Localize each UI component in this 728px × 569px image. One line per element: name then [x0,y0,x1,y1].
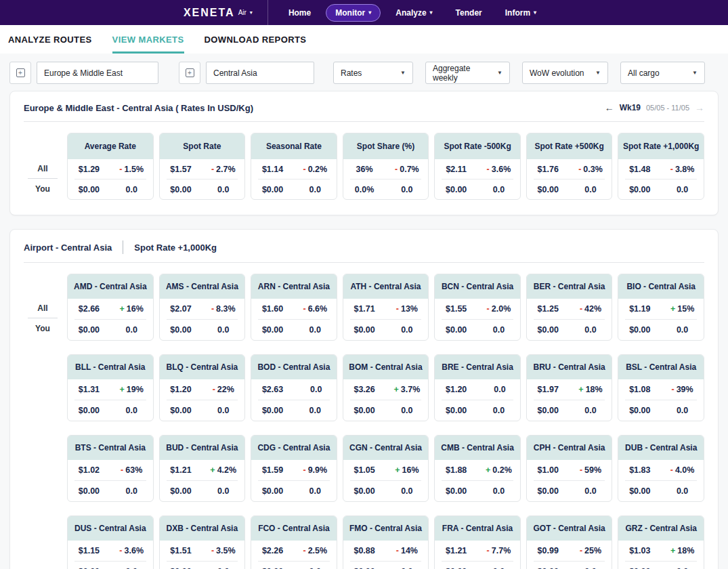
metric-card-header[interactable]: BRE - Central Asia [435,355,520,379]
you-row: $0.00 0.0 [160,400,245,421]
all-row: $1.02 -63% [68,460,153,480]
metric-card-header[interactable]: CDG - Central Asia [251,436,337,460]
change-sign: - [303,465,305,475]
prev-week-arrow-icon[interactable]: ← [605,102,614,113]
all-value: $1.25 [527,304,570,314]
metric-card-header[interactable]: BTS - Central Asia [68,436,153,460]
metric-card-header[interactable]: BIO - Central Asia [618,274,704,299]
metric-card-header[interactable]: AMD - Central Asia [68,274,153,299]
metric-card-header[interactable]: DXB - Central Asia [160,516,245,541]
metric-card: BCN - Central Asia $1.55 -2.0% $0.00 0.0 [434,274,521,341]
all-row: $1.71 -13% [343,299,429,319]
nav-item-tender[interactable]: Tender [448,5,490,21]
airport-cards-grid: All You AMD - Central Asia $2.66 +16% $0… [24,274,704,569]
metric-card: BRU - Central Asia $1.97 +18% $0.00 0.0 [526,354,613,421]
next-week-arrow-icon[interactable]: → [695,102,704,113]
all-row: $1.57 -2.7% [160,159,245,179]
metric-card-header[interactable]: ARN - Central Asia [251,274,337,299]
change-value: 3.7% [401,385,421,394]
all-row: $1.20 -22% [160,379,245,400]
you-change: 0.0 [110,406,153,415]
all-value: $2.63 [251,385,294,394]
you-row: $0.00 0.0 [343,562,429,569]
aggregate-dropdown[interactable]: Aggregate weekly ▼ [425,62,510,84]
plus-square-icon: + [16,68,25,77]
origin-input[interactable]: Europe & Middle East [37,62,158,84]
all-change: -59% [570,465,612,475]
summary-panel-title: Europe & Middle East - Central Asia ( Ra… [24,103,253,113]
nav-item-monitor[interactable]: Monitor▾ [326,4,381,22]
add-origin-button[interactable]: + [9,62,31,84]
change-value: 16% [402,465,419,475]
metric-card-header[interactable]: BLL - Central Asia [68,355,153,379]
you-row: $0.00 0.0 [618,562,704,569]
all-value: $1.76 [527,165,570,174]
metric-card-header[interactable]: CGN - Central Asia [343,436,429,460]
metric-card-header[interactable]: CMB - Central Asia [435,436,520,460]
dropdown-value: Rates [341,68,362,78]
all-value: $1.57 [160,165,202,174]
you-change: 0.0 [477,406,520,415]
all-value: $1.88 [435,465,477,475]
you-value: $0.00 [160,185,202,194]
change-sign: - [396,546,399,555]
all-row: $1.00 -59% [527,460,612,480]
change-sign: + [486,465,490,475]
you-change: 0.0 [202,185,244,194]
caret-down-icon: ▼ [595,70,601,76]
tab-analyze-routes[interactable]: ANALYZE ROUTES [8,25,92,54]
metric-card-header[interactable]: GRZ - Central Asia [618,516,704,541]
change-sign: - [119,546,122,555]
nav-item-inform[interactable]: Inform▾ [497,5,544,21]
all-change: -7.7% [477,546,520,555]
all-change: +16% [385,465,428,475]
metric-card-header[interactable]: GOT - Central Asia [527,516,612,541]
change-sign: + [120,304,125,314]
metric-card: Seasonal Rate $1.14 -0.2% $0.00 0.0 [251,133,337,200]
nav-item-home[interactable]: Home [280,5,319,21]
metric-card-header[interactable]: FRA - Central Asia [435,516,520,541]
all-change: 0.0 [477,385,520,394]
metric-card-header[interactable]: ATH - Central Asia [343,274,429,299]
airport-panel: Airport - Central Asia Spot Rate +1,000K… [9,229,719,569]
tab-download-reports[interactable]: DOWNLOAD REPORTS [205,25,307,54]
metric-card-header[interactable]: FCO - Central Asia [251,516,337,541]
change-sign: - [211,546,214,555]
you-change: 0.0 [661,486,704,496]
evolution-dropdown[interactable]: WoW evolution ▼ [522,62,608,84]
metric-card-header[interactable]: BCN - Central Asia [435,274,520,299]
you-row: $0.00 0.0 [68,180,153,199]
all-value: $1.55 [435,304,477,314]
metric-card-header[interactable]: BRU - Central Asia [527,355,612,379]
metric-card-header[interactable]: BER - Central Asia [527,274,612,299]
metric-card-header: Spot Rate +1,000Kg [618,133,704,159]
metric-card-header[interactable]: DUB - Central Asia [618,436,704,460]
all-row: $2.63 0.0 [251,379,337,400]
metric-card-header[interactable]: AMS - Central Asia [160,274,245,299]
rates-dropdown[interactable]: Rates ▼ [333,62,413,84]
metric-card-header[interactable]: BOD - Central Asia [251,355,337,379]
all-row: $1.29 -1.5% [68,159,153,179]
metric-card-header[interactable]: CPH - Central Asia [527,436,612,460]
destination-input[interactable]: Central Asia [206,62,314,84]
you-change: 0.0 [570,406,612,415]
metric-card-header[interactable]: BLQ - Central Asia [160,355,245,379]
metric-card-header[interactable]: DUS - Central Asia [68,516,153,541]
metric-card-header[interactable]: BUD - Central Asia [160,436,245,460]
change-value: 42% [584,304,601,314]
you-change: 0.0 [477,325,520,335]
metric-card-header: Seasonal Rate [251,133,337,159]
xeneta-brand[interactable]: XENETA Air ▾ [184,7,267,19]
metric-card-header[interactable]: BSL - Central Asia [618,355,704,379]
tab-view-markets[interactable]: VIEW MARKETS [112,25,184,54]
cargo-dropdown[interactable]: All cargo ▼ [620,62,705,84]
nav-item-analyze[interactable]: Analyze▾ [387,5,440,21]
change-value: 0.3% [583,165,603,174]
dropdown-value: All cargo [628,68,660,78]
metric-card-header[interactable]: BOM - Central Asia [343,355,429,379]
all-change: -3.6% [110,546,153,555]
metric-card-header[interactable]: FMO - Central Asia [343,516,429,541]
add-destination-button[interactable]: + [179,62,200,84]
all-value: $1.60 [251,304,294,314]
you-row: $0.00 0.0 [68,400,153,421]
